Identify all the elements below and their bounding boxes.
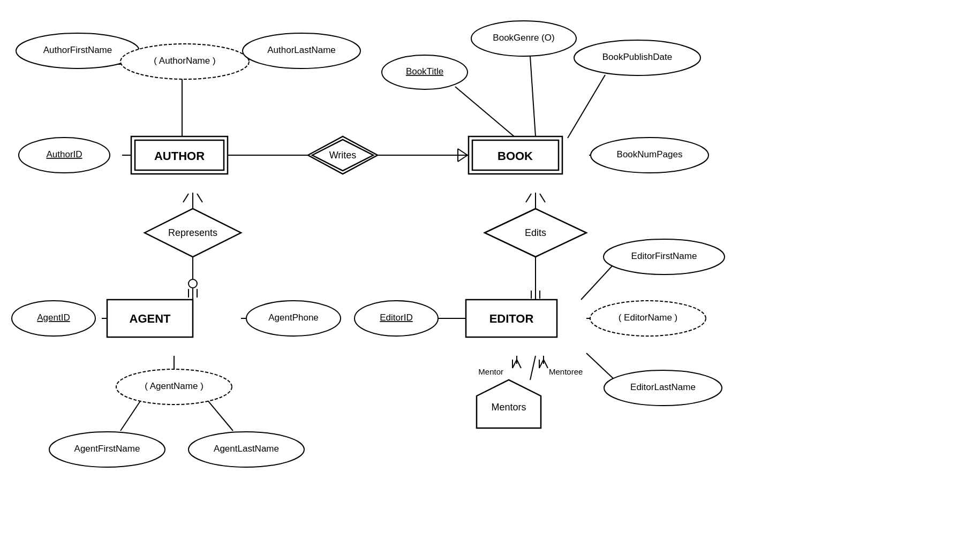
svg-line-16 bbox=[206, 399, 233, 431]
agent-lastname-label: AgentLastName bbox=[214, 444, 279, 454]
svg-line-44 bbox=[517, 360, 521, 368]
svg-line-43 bbox=[512, 360, 517, 368]
mentors-label: Mentors bbox=[491, 402, 526, 413]
svg-line-37 bbox=[540, 194, 545, 202]
svg-line-15 bbox=[120, 399, 142, 431]
svg-line-48 bbox=[544, 360, 548, 368]
author-lastname-label: AuthorLastName bbox=[267, 45, 336, 55]
er-diagram: AUTHOR BOOK AGENT EDITOR Writes Represen… bbox=[0, 0, 980, 549]
book-publish-label: BookPublishDate bbox=[602, 52, 672, 62]
author-label: AUTHOR bbox=[154, 149, 205, 163]
svg-line-36 bbox=[526, 194, 531, 202]
editor-label: EDITOR bbox=[489, 312, 534, 325]
book-label: BOOK bbox=[497, 149, 533, 163]
agent-id-label: AgentID bbox=[37, 312, 70, 323]
mentor-label: Mentor bbox=[478, 367, 503, 376]
svg-line-27 bbox=[458, 155, 468, 162]
writes-label: Writes bbox=[329, 150, 357, 161]
agent-firstname-label: AgentFirstName bbox=[74, 444, 140, 454]
author-firstname-label: AuthorFirstName bbox=[43, 45, 112, 55]
svg-line-22 bbox=[586, 353, 615, 380]
svg-point-35 bbox=[189, 279, 197, 288]
author-name-label: ( AuthorName ) bbox=[154, 56, 215, 66]
agent-phone-label: AgentPhone bbox=[268, 312, 319, 323]
agent-label: AGENT bbox=[130, 312, 171, 325]
editor-name-label: ( EditorName ) bbox=[619, 312, 678, 323]
book-pages-label: BookNumPages bbox=[617, 149, 683, 159]
svg-line-30 bbox=[183, 194, 189, 202]
svg-line-47 bbox=[539, 360, 544, 368]
svg-line-31 bbox=[197, 194, 202, 202]
svg-line-21 bbox=[581, 265, 613, 300]
mentoree-label: Mentoree bbox=[549, 367, 583, 376]
svg-line-26 bbox=[458, 149, 468, 155]
editor-id-label: EditorID bbox=[380, 312, 412, 323]
editor-firstname-label: EditorFirstName bbox=[631, 251, 697, 261]
editor-lastname-label: EditorLastName bbox=[630, 382, 696, 392]
book-title-label: BookTitle bbox=[406, 66, 443, 77]
represents-label: Represents bbox=[168, 227, 217, 238]
svg-line-8 bbox=[568, 75, 605, 138]
svg-line-23 bbox=[530, 356, 536, 380]
edits-label: Edits bbox=[525, 227, 546, 238]
svg-line-7 bbox=[530, 56, 536, 136]
agent-name-label: ( AgentName ) bbox=[145, 381, 203, 391]
author-id-label: AuthorID bbox=[46, 149, 82, 159]
book-genre-label: BookGenre (O) bbox=[493, 33, 554, 43]
svg-line-6 bbox=[455, 87, 514, 136]
